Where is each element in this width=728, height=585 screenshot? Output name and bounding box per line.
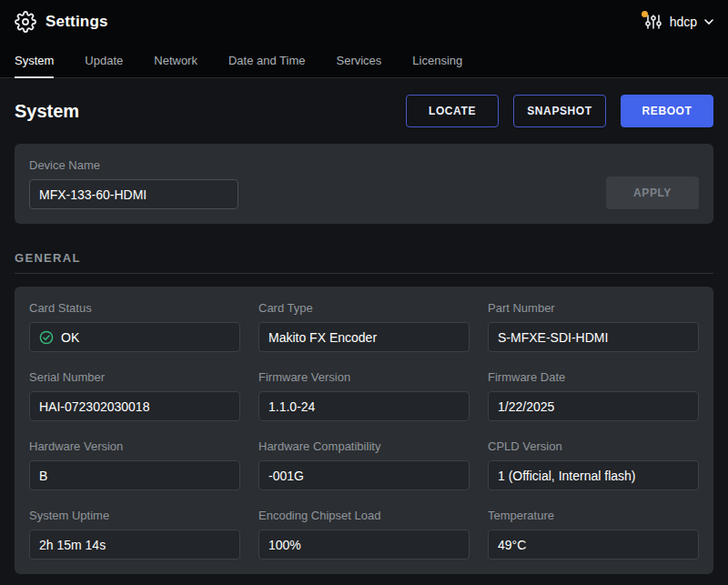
tab-licensing[interactable]: Licensing xyxy=(412,54,462,77)
field-value: HAI-072302030018 xyxy=(29,391,240,421)
tab-system[interactable]: System xyxy=(15,54,54,77)
tab-bar: System Update Network Date and Time Serv… xyxy=(0,44,728,78)
field-serial-number: Serial Number HAI-072302030018 xyxy=(29,370,240,421)
general-section-heading: GENERAL xyxy=(15,251,713,274)
field-label: Serial Number xyxy=(29,370,240,384)
field-hardware-version: Hardware Version B xyxy=(29,439,240,490)
reboot-button[interactable]: REBOOT xyxy=(621,95,713,127)
field-temperature: Temperature 49°C xyxy=(488,509,699,560)
field-card-type: Card Type Makito FX Encoder xyxy=(258,301,470,352)
page-header: System LOCATE SNAPSHOT REBOOT xyxy=(15,95,713,127)
locate-button[interactable]: LOCATE xyxy=(406,95,499,127)
tab-date-and-time[interactable]: Date and Time xyxy=(228,54,306,77)
field-value-text: Makito FX Encoder xyxy=(268,330,377,345)
chevron-down-icon xyxy=(704,19,713,25)
field-value-text: HAI-072302030018 xyxy=(39,399,149,414)
page-actions: LOCATE SNAPSHOT REBOOT xyxy=(406,95,713,127)
settings-gear-icon xyxy=(15,11,36,33)
field-firmware-date: Firmware Date 1/22/2025 xyxy=(488,370,699,421)
field-value-text: B xyxy=(39,469,47,483)
snapshot-button[interactable]: SNAPSHOT xyxy=(513,95,606,127)
field-value-text: 49°C xyxy=(498,538,526,552)
field-label: System Uptime xyxy=(29,509,240,522)
field-value: B xyxy=(29,460,240,490)
device-name-card: Device Name APPLY xyxy=(15,144,713,224)
field-label: Card Type xyxy=(258,301,470,315)
field-label: Firmware Version xyxy=(258,370,470,384)
field-value: -001G xyxy=(258,460,470,490)
field-label: Card Status xyxy=(29,301,240,315)
field-encoding-chipset-load: Encoding Chipset Load 100% xyxy=(258,509,470,560)
app-title: Settings xyxy=(46,13,108,31)
field-value: OK xyxy=(29,322,240,352)
general-heading-label: GENERAL xyxy=(15,251,81,265)
tab-network[interactable]: Network xyxy=(154,54,197,77)
field-value-text: 1.1.0-24 xyxy=(268,399,315,414)
field-value-text: 1/22/2025 xyxy=(498,399,554,414)
field-value: 49°C xyxy=(488,530,699,560)
field-system-uptime: System Uptime 2h 15m 14s xyxy=(29,509,240,560)
field-value-text: S-MFXE-SDI-HDMI xyxy=(498,330,608,345)
page-title: System xyxy=(15,101,79,122)
field-label: CPLD Version xyxy=(488,439,699,453)
field-value-text: 1 (Official, Internal flash) xyxy=(498,469,635,483)
tab-services[interactable]: Services xyxy=(337,54,382,77)
field-firmware-version: Firmware Version 1.1.0-24 xyxy=(258,370,470,421)
field-label: Temperature xyxy=(488,509,699,522)
general-fields-grid: Card Status OK Card Type Makito FX Encod… xyxy=(29,301,699,560)
device-name-input[interactable] xyxy=(29,179,238,209)
field-value: 100% xyxy=(258,530,470,560)
top-bar: Settings hdcp xyxy=(0,0,728,44)
field-value: 1.1.0-24 xyxy=(258,391,470,421)
field-value-text: 100% xyxy=(268,538,301,552)
field-cpld-version: CPLD Version 1 (Official, Internal flash… xyxy=(488,439,699,490)
field-card-status: Card Status OK xyxy=(29,301,240,352)
field-label: Hardware Version xyxy=(29,439,240,453)
field-value-text: 2h 15m 14s xyxy=(39,538,106,552)
check-circle-icon xyxy=(39,330,54,345)
field-label: Firmware Date xyxy=(488,370,699,384)
tab-update[interactable]: Update xyxy=(85,54,123,77)
field-hardware-compatibility: Hardware Compatibility -001G xyxy=(258,439,470,490)
field-value: 1 (Official, Internal flash) xyxy=(488,460,699,490)
settings-page: Settings hdcp System Update Network Date… xyxy=(0,0,728,574)
apply-button[interactable]: APPLY xyxy=(606,177,699,209)
field-part-number: Part Number S-MFXE-SDI-HDMI xyxy=(488,301,699,352)
field-value: 2h 15m 14s xyxy=(29,530,240,560)
sliders-icon xyxy=(644,13,662,31)
user-menu[interactable]: hdcp xyxy=(644,13,713,31)
field-label: Hardware Compatibility xyxy=(258,439,470,453)
main-content: System LOCATE SNAPSHOT REBOOT Device Nam… xyxy=(0,95,728,574)
device-name-field: Device Name xyxy=(29,158,238,209)
field-label: Part Number xyxy=(488,301,699,315)
field-label: Encoding Chipset Load xyxy=(258,509,470,522)
general-card: Card Status OK Card Type Makito FX Encod… xyxy=(15,287,713,574)
field-value-text: -001G xyxy=(268,469,304,483)
field-value: S-MFXE-SDI-HDMI xyxy=(488,322,699,352)
user-menu-label: hdcp xyxy=(670,15,697,29)
field-value: Makito FX Encoder xyxy=(258,322,470,352)
field-value-text: OK xyxy=(61,330,79,345)
field-value: 1/22/2025 xyxy=(488,391,699,421)
brand: Settings xyxy=(15,11,108,33)
notification-dot xyxy=(642,11,648,17)
device-name-label: Device Name xyxy=(29,158,238,172)
